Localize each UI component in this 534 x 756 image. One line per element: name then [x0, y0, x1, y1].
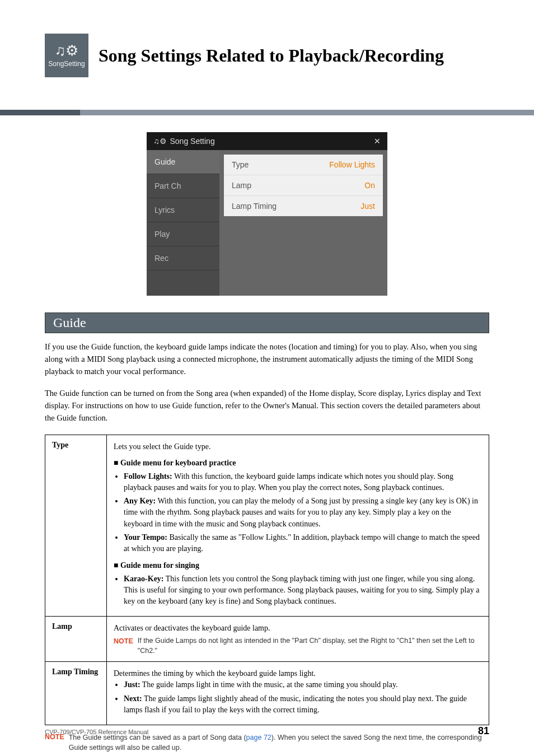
lamp-timing-intro: Determines the timing by which the keybo… [114, 668, 482, 679]
row-value: Follow Lights [329, 160, 375, 169]
section-heading-guide: Guide [45, 312, 489, 333]
cell-lamp-label: Lamp [45, 617, 107, 662]
row-lamp: Lamp On [224, 175, 383, 196]
row-lamp-timing: Lamp Timing Just [224, 196, 383, 216]
page-title: Song Settings Related to Playback/Record… [99, 45, 444, 66]
titlebar-icon: ♫⚙ [153, 137, 167, 146]
submenu-singing: Guide menu for singing [114, 559, 482, 571]
close-icon: ✕ [374, 137, 381, 146]
cell-type-desc: Lets you select the Guide type. Guide me… [107, 435, 489, 617]
bullet-follow-lights: Follow Lights: With this function, the k… [124, 471, 482, 494]
type-intro: Lets you select the Guide type. [114, 441, 482, 452]
note-gear-icon: ♫⚙ [55, 43, 79, 58]
bullet-any-key: Any Key: With this function, you can pla… [124, 496, 482, 530]
lamp-text: Activates or deactivates the keyboard gu… [114, 622, 482, 634]
cell-lamp-desc: Activates or deactivates the keyboard gu… [107, 617, 489, 662]
song-setting-screenshot: ♫⚙ Song Setting ✕ Guide Part Ch Lyrics P… [147, 132, 387, 296]
sidebar-item-play: Play [147, 222, 219, 246]
note-text: If the Guide Lamps do not light as inten… [138, 636, 482, 656]
intro-para-2: The Guide function can be turned on from… [45, 388, 489, 424]
note-label: NOTE [114, 636, 133, 656]
screenshot-main: Type Follow Lights Lamp On Lamp Timing J… [219, 150, 387, 296]
bullet-karao-key: Karao-Key: This function lets you contro… [124, 573, 482, 608]
sidebar-item-lyrics: Lyrics [147, 198, 219, 222]
bullet-just: Just: The guide lamps light in time with… [124, 679, 482, 690]
row-label: Lamp [232, 181, 251, 190]
sidebar-item-partch: Part Ch [147, 174, 219, 198]
manual-name: CVP-709/CVP-705 Reference Manual [45, 729, 148, 735]
cell-lamp-timing-desc: Determines the timing by which the keybo… [107, 662, 489, 725]
intro-para-1: If you use the Guide function, the keybo… [45, 341, 489, 377]
row-label: Lamp Timing [232, 202, 277, 211]
submenu-keyboard-practice: Guide menu for keyboard practice [114, 457, 482, 469]
sidebar-item-guide: Guide [147, 150, 219, 174]
header-bar [0, 110, 534, 115]
row-label: Type [232, 160, 249, 169]
cell-lamp-timing-label: Lamp Timing [45, 662, 107, 725]
parameter-table: Type Lets you select the Guide type. Gui… [45, 435, 489, 726]
icon-label: SongSetting [48, 60, 85, 68]
bullet-your-tempo: Your Tempo: Basically the same as "Follo… [124, 532, 482, 555]
screenshot-sidebar: Guide Part Ch Lyrics Play Rec [147, 150, 219, 296]
song-setting-icon: ♫⚙ SongSetting [45, 34, 88, 77]
bullet-next: Next: The guide lamps light slightly ahe… [124, 693, 482, 716]
row-value: Just [360, 202, 375, 211]
screenshot-titlebar: ♫⚙ Song Setting ✕ [147, 132, 387, 150]
page-number: 81 [478, 725, 489, 737]
cell-type-label: Type [45, 435, 107, 617]
sidebar-item-rec: Rec [147, 246, 219, 270]
row-type: Type Follow Lights [224, 155, 383, 175]
titlebar-text: Song Setting [170, 137, 215, 146]
row-value: On [364, 181, 375, 190]
